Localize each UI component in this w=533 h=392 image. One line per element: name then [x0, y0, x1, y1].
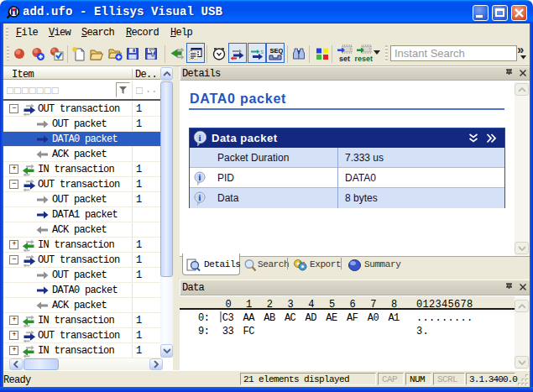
svg-text:i: i: [198, 173, 201, 182]
svg-text:s: s: [260, 49, 264, 55]
svg-text:i: i: [198, 193, 201, 202]
svg-text:i: i: [199, 133, 201, 143]
svg-text:reset: reset: [355, 55, 374, 63]
svg-text:set: set: [339, 55, 350, 63]
svg-text:SEQ: SEQ: [270, 47, 284, 55]
